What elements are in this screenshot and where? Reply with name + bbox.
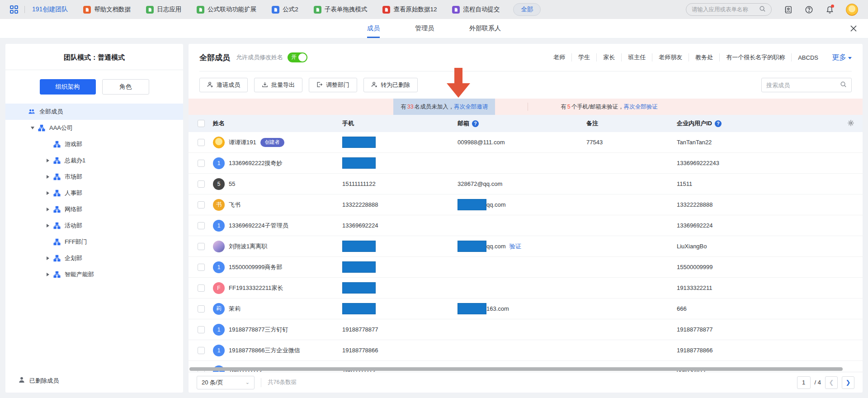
转为已删除-button[interactable]: 转为已删除 bbox=[363, 78, 418, 92]
search-icon bbox=[759, 5, 766, 14]
tree-item-活动部[interactable]: 活动部 bbox=[5, 218, 183, 234]
reinvite-all-link[interactable]: 再次全部邀请 bbox=[454, 103, 488, 111]
verify-email-link[interactable]: 验证 bbox=[509, 242, 521, 251]
select-all-checkbox[interactable] bbox=[198, 120, 205, 127]
role-button[interactable]: 角色 bbox=[102, 79, 149, 95]
tree-item-企划部[interactable]: 企划部 bbox=[5, 250, 183, 266]
role-filter-家长[interactable]: 家长 bbox=[597, 53, 622, 62]
row-checkbox[interactable] bbox=[198, 222, 205, 229]
member-search-input[interactable] bbox=[766, 82, 837, 89]
tree-item-FFF部门[interactable]: FFF部门 bbox=[5, 234, 183, 250]
member-name-cell: 119188778866三方企业微信 bbox=[213, 345, 342, 356]
tree-collapsed-arrow-icon[interactable] bbox=[44, 175, 52, 179]
tab-admins[interactable]: 管理员 bbox=[415, 19, 434, 38]
tree-item-全部成员[interactable]: 全部成员 bbox=[5, 104, 183, 120]
row-checkbox[interactable] bbox=[198, 243, 205, 250]
member-name-cell: 书飞书 bbox=[213, 199, 342, 211]
col-phone: 手机 bbox=[342, 119, 458, 128]
tree-expanded-arrow-icon[interactable] bbox=[29, 127, 36, 129]
member-table-body: 谭谭谭191创建者009988@111.com77543TanTanTan221… bbox=[189, 132, 863, 372]
email-help-icon[interactable]: ? bbox=[472, 120, 479, 127]
row-checkbox[interactable] bbox=[198, 180, 205, 188]
app-tab[interactable]: 公式2 bbox=[272, 5, 298, 14]
row-checkbox[interactable] bbox=[198, 139, 205, 146]
tree-collapsed-arrow-icon[interactable] bbox=[44, 256, 52, 260]
column-settings-gear-icon[interactable] bbox=[847, 119, 854, 128]
reverify-all-link[interactable]: 再次全部验证 bbox=[624, 103, 658, 111]
member-phone-cell: 19188778877 bbox=[342, 326, 458, 333]
tab-members[interactable]: 成员 bbox=[367, 19, 380, 38]
tree-collapsed-arrow-icon[interactable] bbox=[44, 273, 52, 276]
page-size-select[interactable]: 20 条/页⌄ bbox=[197, 376, 255, 389]
app-search-input[interactable] bbox=[692, 6, 756, 13]
tree-item-网络部[interactable]: 网络部 bbox=[5, 201, 183, 218]
tree-item-市场部[interactable]: 市场部 bbox=[5, 169, 183, 185]
member-name-cell: 谭谭谭191创建者 bbox=[213, 137, 342, 148]
prev-page-button[interactable]: ❮ bbox=[825, 376, 838, 389]
role-filter-有一个很长名字的职称[interactable]: 有一个很长名字的职称 bbox=[720, 53, 792, 62]
批量导出-button[interactable]: 批量导出 bbox=[254, 78, 302, 92]
org-structure-button[interactable]: 组织架构 bbox=[40, 79, 96, 95]
current-team-tab[interactable]: 191创建团队 bbox=[32, 5, 68, 14]
tree-item-label: FFF部门 bbox=[65, 238, 87, 246]
role-filter-班主任[interactable]: 班主任 bbox=[622, 53, 652, 62]
department-icon bbox=[53, 173, 61, 180]
member-avatar: 1 bbox=[213, 220, 225, 232]
app-tab[interactable]: 帮助文档数据 bbox=[83, 5, 131, 14]
member-search-box[interactable] bbox=[761, 78, 852, 92]
tree-item-总裁办1[interactable]: 总裁办1 bbox=[5, 152, 183, 169]
app-tab[interactable]: 公式联动功能扩展 bbox=[197, 5, 256, 14]
member-row: 119188778866三方企业微信1918877886619188778866 bbox=[189, 340, 863, 361]
row-checkbox[interactable] bbox=[198, 264, 205, 271]
role-filter-教务处[interactable]: 教务处 bbox=[689, 53, 720, 62]
tree-item-智能产能部[interactable]: 智能产能部 bbox=[5, 266, 183, 283]
help-icon[interactable] bbox=[804, 5, 813, 14]
tab-external-contacts[interactable]: 外部联系人 bbox=[469, 19, 501, 38]
邀请成员-button[interactable]: 邀请成员 bbox=[199, 78, 248, 92]
next-page-button[interactable]: ❯ bbox=[842, 376, 854, 389]
tree-item-游戏部[interactable]: 游戏部 bbox=[5, 136, 183, 152]
department-icon bbox=[53, 238, 61, 246]
row-checkbox[interactable] bbox=[198, 201, 205, 208]
row-checkbox[interactable] bbox=[198, 305, 205, 313]
row-checkbox[interactable] bbox=[198, 347, 205, 354]
tree-collapsed-arrow-icon[interactable] bbox=[44, 224, 52, 227]
app-tab[interactable]: 子表单拖拽模式 bbox=[314, 5, 368, 14]
horizontal-scrollbar[interactable] bbox=[189, 367, 843, 371]
notification-bell-icon[interactable] bbox=[825, 5, 834, 14]
role-filter-学生[interactable]: 学生 bbox=[572, 53, 597, 62]
contacts-icon[interactable] bbox=[783, 5, 793, 14]
app-tab[interactable]: 日志应用 bbox=[146, 5, 181, 14]
tree-item-label: 人事部 bbox=[65, 189, 82, 197]
member-row: 谭谭谭191创建者009988@111.com77543TanTanTan22 bbox=[189, 132, 863, 153]
row-checkbox[interactable] bbox=[198, 160, 205, 167]
org-tree: 全部成员AAA公司游戏部总裁办1市场部人事部网络部活动部FFF部门企划部智能产能… bbox=[5, 99, 183, 370]
current-page-input[interactable]: 1 bbox=[797, 376, 811, 389]
row-checkbox[interactable] bbox=[198, 326, 205, 333]
phone-redaction-block bbox=[342, 282, 376, 294]
apps-grid-icon[interactable] bbox=[10, 5, 18, 14]
more-roles-link[interactable]: 更多 bbox=[825, 53, 852, 62]
role-filter-老师[interactable]: 老师 bbox=[547, 53, 572, 62]
tree-collapsed-arrow-icon[interactable] bbox=[44, 191, 52, 195]
role-filter-ABCDS[interactable]: ABCDS bbox=[792, 54, 825, 61]
app-tab-label: 流程自动提交 bbox=[463, 5, 500, 14]
app-tab-label: 帮助文档数据 bbox=[94, 5, 131, 14]
tree-item-AAA公司[interactable]: AAA公司 bbox=[5, 120, 183, 136]
app-tab[interactable]: 查看原始数据12 bbox=[382, 5, 437, 14]
调整部门-button[interactable]: 调整部门 bbox=[309, 78, 357, 92]
close-icon[interactable] bbox=[849, 24, 858, 33]
user-avatar[interactable] bbox=[846, 4, 858, 16]
role-filter-老师朋友[interactable]: 老师朋友 bbox=[652, 53, 689, 62]
tree-item-人事部[interactable]: 人事部 bbox=[5, 185, 183, 201]
allow-rename-toggle[interactable]: 开 bbox=[288, 52, 307, 62]
tree-collapsed-arrow-icon[interactable] bbox=[44, 208, 52, 211]
app-tab[interactable]: 流程自动提交 bbox=[452, 5, 500, 14]
deleted-members-entry[interactable]: 已删除成员 bbox=[5, 370, 183, 393]
app-search-box[interactable] bbox=[686, 3, 772, 16]
row-checkbox[interactable] bbox=[198, 284, 205, 292]
member-name-cell: 莉茉莉 bbox=[213, 303, 342, 315]
all-apps-pill[interactable]: 全部 bbox=[513, 3, 541, 16]
uid-help-icon[interactable]: ? bbox=[715, 120, 722, 127]
tree-collapsed-arrow-icon[interactable] bbox=[44, 159, 52, 162]
